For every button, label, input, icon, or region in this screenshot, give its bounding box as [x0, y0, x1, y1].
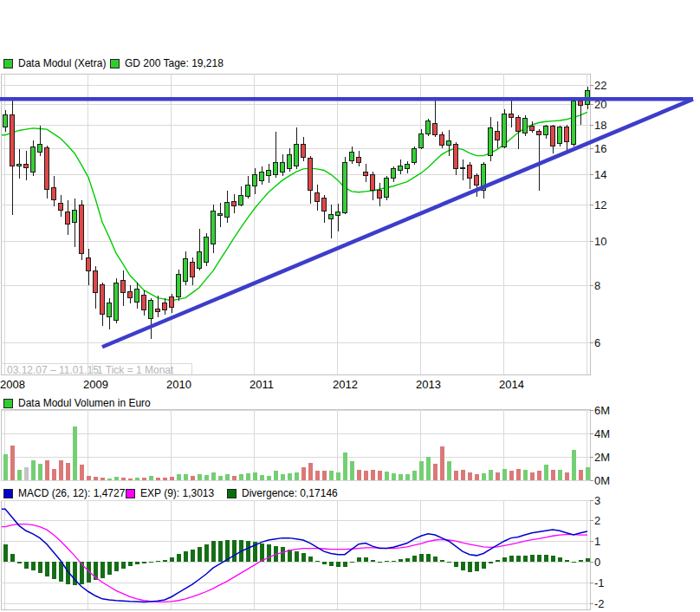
candle: [523, 119, 528, 133]
volume-bar: [59, 460, 63, 480]
volume-bar: [80, 465, 84, 480]
candle: [489, 127, 493, 155]
macd-histogram-bar: [509, 556, 514, 562]
volume-bar: [371, 470, 375, 480]
candle: [433, 124, 438, 135]
volume-y-tick-label: 0M: [594, 474, 610, 487]
macd-histogram-bar: [558, 557, 562, 562]
volume-bar: [45, 460, 49, 480]
macd-label: MACD (26, 12): 1,4727: [18, 487, 125, 499]
volume-bar: [399, 474, 403, 480]
macd-histogram-bar: [392, 561, 396, 562]
volume-bar: [572, 450, 576, 480]
volume-bar: [475, 474, 479, 480]
price-y-tick-label: 10: [594, 235, 606, 248]
macd-histogram-bar: [426, 554, 431, 562]
volume-bar: [191, 476, 195, 480]
macd-histogram-bar: [350, 562, 354, 563]
macd-histogram-bar: [502, 557, 507, 562]
chart-canvas[interactable]: 22201816141210866M4M2M0M3210-1-2: [0, 0, 700, 612]
volume-y-tick-label: 2M: [594, 451, 610, 464]
macd-histogram-bar: [177, 554, 181, 562]
macd-histogram-bar: [100, 562, 105, 578]
macd-histogram-bar: [246, 541, 250, 562]
price-series-swatch-icon: [3, 59, 13, 68]
exp-swatch-icon: [126, 489, 135, 498]
macd-histogram-bar: [329, 562, 334, 566]
macd-histogram-bar: [281, 547, 285, 562]
volume-bar: [461, 470, 465, 480]
volume-bar: [38, 464, 42, 480]
candle: [419, 133, 424, 147]
volume-bar: [516, 469, 521, 481]
macd-y-tick-label: 2: [594, 514, 600, 527]
volume-bar: [246, 473, 250, 480]
volume-bar: [24, 467, 29, 480]
candle: [308, 159, 313, 191]
candle: [10, 115, 15, 166]
legend-item-macd: MACD (26, 12): 1,4727: [3, 487, 125, 499]
volume-bar: [142, 478, 146, 480]
candle: [3, 115, 8, 127]
candle: [149, 301, 153, 319]
candle: [232, 202, 237, 206]
trendline-support: [102, 99, 693, 347]
candle: [502, 114, 507, 147]
volume-bar: [523, 470, 528, 480]
candle: [191, 262, 195, 277]
year-label: 2012: [333, 378, 358, 391]
macd-histogram-bar: [149, 562, 153, 563]
candle: [128, 291, 133, 297]
candle: [399, 166, 403, 171]
macd-histogram-bar: [482, 562, 486, 569]
volume-bar: [204, 475, 209, 480]
candle: [156, 309, 160, 311]
volume-bar: [149, 476, 153, 480]
candle: [343, 162, 347, 212]
candle: [107, 303, 112, 317]
volume-bar: [163, 478, 167, 480]
volume-bar: [218, 476, 223, 480]
gd200-swatch-icon: [110, 59, 120, 68]
candle: [565, 127, 569, 142]
macd-histogram-bar: [565, 560, 569, 562]
candle: [426, 121, 431, 134]
macd-histogram-bar: [52, 562, 56, 579]
macd-histogram-bar: [142, 562, 146, 563]
candle: [385, 178, 389, 197]
macd-histogram-bar: [322, 562, 327, 564]
macd-histogram-bar: [232, 540, 237, 562]
macd-histogram-bar: [114, 562, 119, 571]
year-label: 2008: [0, 378, 25, 391]
macd-histogram-bar: [433, 557, 438, 562]
divergence-swatch-icon: [227, 489, 237, 498]
macd-histogram-bar: [371, 560, 375, 562]
price-y-tick-label: 14: [594, 168, 606, 181]
legend-item-divergence: Divergence: 0,17146: [227, 487, 338, 499]
macd-histogram-bar: [496, 560, 500, 562]
macd-histogram-bar: [544, 555, 548, 562]
macd-histogram-bar: [73, 562, 77, 585]
macd-y-tick-label: 1: [594, 535, 600, 548]
macd-histogram-bar: [461, 562, 465, 570]
candle: [288, 155, 292, 168]
volume-bar: [239, 474, 243, 480]
volume-bar: [502, 469, 507, 481]
legend-item-price-series: Data Modul (Xetra): [3, 57, 106, 69]
macd-histogram-bar: [17, 562, 22, 563]
volume-bar: [295, 472, 299, 480]
volume-bar: [52, 469, 56, 481]
chart-tool-page: 22201816141210866M4M2M0M3210-1-2 Data Mo…: [0, 0, 700, 612]
volume-bar: [301, 467, 306, 480]
macd-histogram-bar: [523, 556, 528, 562]
candle: [24, 164, 29, 167]
macd-histogram-bar: [198, 547, 202, 562]
candle: [170, 296, 174, 307]
volume-bar: [357, 470, 361, 480]
macd-histogram-bar: [551, 556, 555, 562]
volume-bar: [440, 446, 444, 480]
candle: [73, 210, 77, 222]
volume-bar: [350, 461, 354, 480]
macd-histogram-bar: [405, 558, 410, 562]
candle: [31, 146, 36, 172]
